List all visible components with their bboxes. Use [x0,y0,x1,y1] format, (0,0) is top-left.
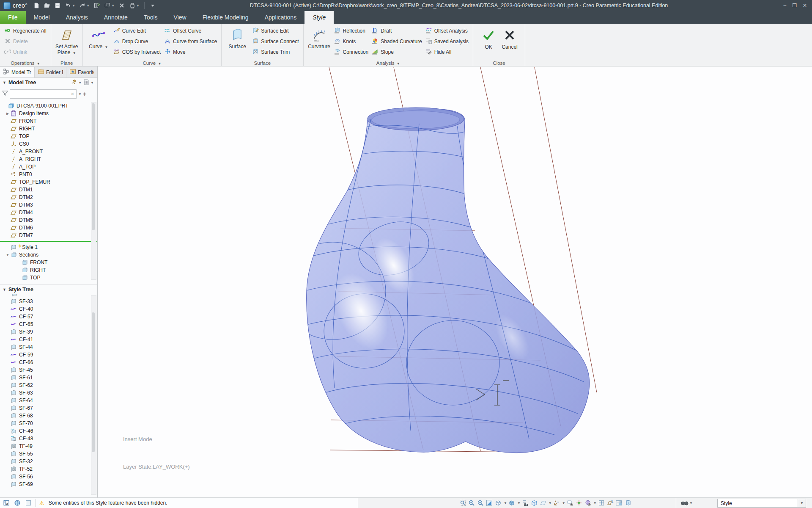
tree-item-sf-70[interactable]: SF-70 [0,420,97,427]
cancel-button[interactable]: Cancel [501,26,518,50]
surface-trim-button[interactable]: Surface Trim [250,47,300,57]
style-mode-combo[interactable]: Style ▼ [717,499,806,508]
model-tree-scrollbar[interactable] [91,102,96,280]
open-button[interactable] [42,1,52,10]
tab-view[interactable]: View [166,11,195,24]
surface-button[interactable]: Surface [224,25,250,50]
tree-item-top[interactable]: TOP [0,274,97,282]
tree-item-cf-40[interactable]: CF-40 [0,305,97,313]
tree-item-sf-45[interactable]: SF-45 [0,366,97,374]
tree-item-dtm5[interactable]: DTM5 [0,216,97,224]
curvature-button[interactable]: Curvature [306,25,332,50]
tab-model[interactable]: Model [26,11,58,24]
cos-by-intersect-button[interactable]: COS by Intersect [112,47,162,57]
offset-analysis-button[interactable]: Offset Analysis [424,26,470,36]
expander-icon[interactable]: ▶ [5,112,10,116]
dropdown-arrow-icon[interactable]: ▼ [562,501,565,505]
dropdown-arrow-icon[interactable]: ▼ [593,501,597,505]
tree-item-sf-55[interactable]: SF-55 [0,450,97,458]
style-tree-scrollbar[interactable] [91,295,96,495]
combo-dropdown-icon[interactable]: ▼ [798,499,806,507]
tree-item-cf-59[interactable]: CF-59 [0,351,97,359]
knots-button[interactable]: Knots [332,37,370,46]
tab-applications[interactable]: Applications [257,11,305,24]
blank-page-button[interactable] [25,499,32,507]
datum-display-filters-button[interactable] [539,499,547,507]
tree-item-dtm7[interactable]: DTM7 [0,232,97,239]
tree-item-a-front[interactable]: A_FRONT [0,148,97,155]
draft-button[interactable]: Draft [370,26,423,36]
navigator-tab-model-tree[interactable]: Model Tree [0,67,35,77]
tree-item-cf-65[interactable]: CF-65 [0,320,97,328]
tree-item-right[interactable]: RIGHT [0,266,97,274]
insert-here-indicator[interactable] [0,241,97,242]
tree-item-dtcsa-9100-001-prt[interactable]: DTCSA-9100-001.PRT [0,102,97,110]
dropdown-arrow-icon[interactable]: ▼ [504,501,507,505]
tree-item-dtm3[interactable]: DTM3 [0,201,97,209]
tree-item-top-femur[interactable]: TOP_FEMUR [0,178,97,186]
tree-item-dtm4[interactable]: DTM4 [0,209,97,216]
spin-center-button[interactable] [575,499,583,507]
tree-item-sf-44[interactable]: SF-44 [0,343,97,351]
regenerate-all-button[interactable]: Regenerate All [3,26,48,36]
dropdown-arrow-icon[interactable]: ▼ [91,81,94,85]
drop-curve-button[interactable]: Drop Curve [112,37,162,46]
minimize-button[interactable]: – [783,3,786,8]
set-active-plane-button[interactable]: Set Active Plane ▼ [54,25,80,56]
zoom-region-button[interactable] [459,499,467,507]
dropdown-arrow-icon[interactable]: ▼ [517,501,521,505]
dropdown-arrow-icon[interactable]: ▼ [549,501,552,505]
navigator-tab-folder-browser[interactable]: Folder Browser [35,67,66,77]
tree-item-cf-57[interactable]: CF-57 [0,313,97,320]
ok-button[interactable]: OK [480,26,497,50]
group-label-analysis[interactable]: Analysis ▼ [304,61,473,66]
filter-funnel-icon[interactable] [2,90,8,98]
curve-from-surface-button[interactable]: Curve from Surface [162,37,219,46]
curve-edit-button[interactable]: Curve Edit [112,26,162,36]
tree-item-dtm6[interactable]: DTM6 [0,224,97,232]
tree-item-sf-69[interactable]: SF-69 [0,480,97,488]
zoom-in-button[interactable] [468,499,476,507]
tree-item-sf-56[interactable]: SF-56 [0,473,97,480]
tree-item-sf-39[interactable]: SF-39 [0,328,97,336]
tab-file[interactable]: File [0,11,26,24]
view-manager-button[interactable] [584,499,592,507]
undo-button[interactable]: ▼ [63,1,77,10]
tree-item-tf-49[interactable]: TF-49 [0,442,97,450]
tree-item-sf-62[interactable]: SF-62 [0,381,97,389]
dropdown-arrow-icon[interactable]: ▼ [136,4,140,8]
print-button[interactable]: ▼ [128,1,141,10]
save-button[interactable] [53,1,62,10]
tree-item-sf-33[interactable]: SF-33 [0,298,97,305]
dropdown-arrow-icon[interactable]: ▼ [86,4,90,8]
tree-item-front[interactable]: FRONT [0,117,97,125]
tab-annotate[interactable]: Annotate [96,11,136,24]
reflection-button[interactable]: Reflection [332,26,370,36]
shaded-curvature-button[interactable]: Shaded Curvature [370,37,423,46]
tree-item-front[interactable]: FRONT [0,259,97,266]
navigator-tab-favorites[interactable]: Favorites [66,67,97,77]
tree-item-tf-52[interactable]: TF-52 [0,465,97,473]
tab-tools[interactable]: Tools [136,11,166,24]
connection-button[interactable]: Connection [332,47,370,57]
datum-axes-display-button[interactable] [553,499,561,507]
tree-item-cf-41[interactable]: CF-41 [0,336,97,343]
zoom-out-button[interactable] [477,499,485,507]
dropdown-arrow-icon[interactable]: ▼ [78,81,82,85]
surface-connect-button[interactable]: Surface Connect [250,37,300,46]
tree-item-sections[interactable]: ▼Sections [0,251,97,259]
tree-item-sf-64[interactable]: SF-64 [0,397,97,404]
display-style-button[interactable] [508,499,516,507]
tree-item-top[interactable]: TOP [0,133,97,140]
slope-button[interactable]: Slope [370,47,423,57]
tree-filter-input[interactable]: ✕ [10,89,77,99]
capture-button[interactable] [521,499,529,507]
hide-all-button[interactable]: Hide All [424,47,470,57]
surface-edit-button[interactable]: Surface Edit [250,26,300,36]
tree-item-cs0[interactable]: CS0 [0,140,97,148]
search-tool[interactable]: ▼ [676,498,693,508]
tree-item-design-items[interactable]: ▶Design Items [0,110,97,117]
refit-button[interactable] [486,499,494,507]
tree-item-a-right[interactable]: A_RIGHT [0,155,97,163]
tree-item-sf-32[interactable]: SF-32 [0,458,97,465]
